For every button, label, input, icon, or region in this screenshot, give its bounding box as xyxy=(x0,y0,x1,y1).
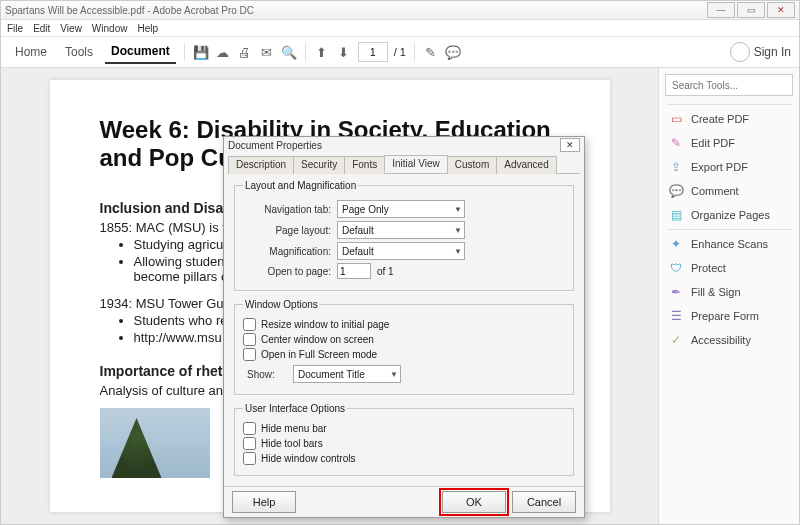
highlight-icon[interactable]: ✎ xyxy=(423,44,439,60)
tool-comment[interactable]: 💬Comment xyxy=(659,179,799,203)
separator xyxy=(184,43,185,61)
fullscreen-checkbox[interactable] xyxy=(243,348,256,361)
doc-image-tree xyxy=(100,408,210,478)
search-icon[interactable]: 🔍 xyxy=(281,44,297,60)
tool-icon: ▤ xyxy=(669,208,683,222)
page-down-icon[interactable]: ⬇ xyxy=(336,44,352,60)
tools-search-input[interactable] xyxy=(670,79,788,92)
tool-enhance-scans[interactable]: ✦Enhance Scans xyxy=(659,232,799,256)
show-select[interactable]: Document Title▼ xyxy=(293,365,401,383)
page-number-input[interactable] xyxy=(358,42,388,62)
menubar: File Edit View Window Help xyxy=(1,20,799,37)
group-legend: Layout and Magnification xyxy=(243,180,358,191)
minimize-button[interactable]: — xyxy=(707,2,735,18)
tool-label: Fill & Sign xyxy=(691,286,741,298)
checkbox-label: Open in Full Screen mode xyxy=(261,349,377,360)
hide-toolbars-checkbox[interactable] xyxy=(243,437,256,450)
magnification-select[interactable]: Default▼ xyxy=(337,242,465,260)
save-icon[interactable]: 💾 xyxy=(193,44,209,60)
tool-organize-pages[interactable]: ▤Organize Pages xyxy=(659,203,799,227)
dialog-title: Document Properties xyxy=(228,140,322,151)
dialog-tab-description[interactable]: Description xyxy=(228,156,294,174)
separator xyxy=(305,43,306,61)
tool-label: Edit PDF xyxy=(691,137,735,149)
page-up-icon[interactable]: ⬆ xyxy=(314,44,330,60)
checkbox-label: Resize window to initial page xyxy=(261,319,389,330)
hide-menubar-checkbox[interactable] xyxy=(243,422,256,435)
checkbox-label: Hide window controls xyxy=(261,453,356,464)
separator xyxy=(414,43,415,61)
show-label: Show: xyxy=(247,369,287,380)
print-icon[interactable]: 🖨 xyxy=(237,44,253,60)
sign-in[interactable]: Sign In xyxy=(730,42,791,62)
toolbar: Home Tools Document 💾 ☁ 🖨 ✉ 🔍 ⬆ ⬇ / 1 ✎ … xyxy=(1,37,799,68)
open-to-page-label: Open to page: xyxy=(243,266,331,277)
navigation-tab-select[interactable]: Page Only▼ xyxy=(337,200,465,218)
tool-label: Organize Pages xyxy=(691,209,770,221)
separator xyxy=(667,229,791,230)
tool-icon: ▭ xyxy=(669,112,683,126)
separator xyxy=(667,104,791,105)
open-to-page-input[interactable] xyxy=(337,263,371,279)
titlebar: Spartans Will be Accessible.pdf - Adobe … xyxy=(1,1,799,20)
dialog-tab-custom[interactable]: Custom xyxy=(447,156,497,174)
tools-panel: ▭Create PDF✎Edit PDF⇪Export PDF💬Comment▤… xyxy=(658,68,799,524)
cancel-button[interactable]: Cancel xyxy=(512,491,576,513)
checkbox-label: Hide menu bar xyxy=(261,423,327,434)
tab-document[interactable]: Document xyxy=(105,40,176,64)
sign-in-label: Sign In xyxy=(754,45,791,59)
maximize-button[interactable]: ▭ xyxy=(737,2,765,18)
tab-tools[interactable]: Tools xyxy=(59,41,99,63)
tool-edit-pdf[interactable]: ✎Edit PDF xyxy=(659,131,799,155)
tab-home[interactable]: Home xyxy=(9,41,53,63)
menu-help[interactable]: Help xyxy=(137,23,158,34)
tool-icon: 💬 xyxy=(669,184,683,198)
group-legend: Window Options xyxy=(243,299,320,310)
window-title: Spartans Will be Accessible.pdf - Adobe … xyxy=(5,5,254,16)
page-layout-label: Page layout: xyxy=(243,225,331,236)
hide-window-controls-checkbox[interactable] xyxy=(243,452,256,465)
tool-fill-sign[interactable]: ✒Fill & Sign xyxy=(659,280,799,304)
tool-prepare-form[interactable]: ☰Prepare Form xyxy=(659,304,799,328)
menu-edit[interactable]: Edit xyxy=(33,23,50,34)
dialog-tab-fonts[interactable]: Fonts xyxy=(344,156,385,174)
dialog-close-button[interactable]: ✕ xyxy=(560,138,580,152)
page-layout-select[interactable]: Default▼ xyxy=(337,221,465,239)
mail-icon[interactable]: ✉ xyxy=(259,44,275,60)
tool-export-pdf[interactable]: ⇪Export PDF xyxy=(659,155,799,179)
resize-window-checkbox[interactable] xyxy=(243,318,256,331)
tool-icon: ✒ xyxy=(669,285,683,299)
center-window-checkbox[interactable] xyxy=(243,333,256,346)
cloud-icon[interactable]: ☁ xyxy=(215,44,231,60)
dialog-tabs: DescriptionSecurityFontsInitial ViewCust… xyxy=(228,155,580,174)
dialog-tab-security[interactable]: Security xyxy=(293,156,345,174)
avatar-icon xyxy=(730,42,750,62)
tool-protect[interactable]: 🛡Protect xyxy=(659,256,799,280)
tool-label: Create PDF xyxy=(691,113,749,125)
menu-view[interactable]: View xyxy=(60,23,82,34)
tool-icon: 🛡 xyxy=(669,261,683,275)
tool-label: Accessibility xyxy=(691,334,751,346)
chevron-down-icon: ▼ xyxy=(454,247,462,256)
comment-icon[interactable]: 💬 xyxy=(445,44,461,60)
help-button[interactable]: Help xyxy=(232,491,296,513)
tool-label: Protect xyxy=(691,262,726,274)
close-button[interactable]: ✕ xyxy=(767,2,795,18)
ok-button[interactable]: OK xyxy=(442,491,506,513)
tool-icon: ✓ xyxy=(669,333,683,347)
dialog-tab-advanced[interactable]: Advanced xyxy=(496,156,556,174)
layout-magnification-group: Layout and Magnification Navigation tab:… xyxy=(234,180,574,291)
menu-window[interactable]: Window xyxy=(92,23,128,34)
tool-create-pdf[interactable]: ▭Create PDF xyxy=(659,107,799,131)
ui-options-group: User Interface Options Hide menu bar Hid… xyxy=(234,403,574,476)
chevron-down-icon: ▼ xyxy=(390,370,398,379)
tool-label: Comment xyxy=(691,185,739,197)
menu-file[interactable]: File xyxy=(7,23,23,34)
tool-icon: ☰ xyxy=(669,309,683,323)
tool-accessibility[interactable]: ✓Accessibility xyxy=(659,328,799,352)
tools-search[interactable] xyxy=(665,74,793,96)
dialog-tab-initial-view[interactable]: Initial View xyxy=(384,155,448,173)
open-to-page-total: of 1 xyxy=(377,266,394,277)
group-legend: User Interface Options xyxy=(243,403,347,414)
window-options-group: Window Options Resize window to initial … xyxy=(234,299,574,395)
